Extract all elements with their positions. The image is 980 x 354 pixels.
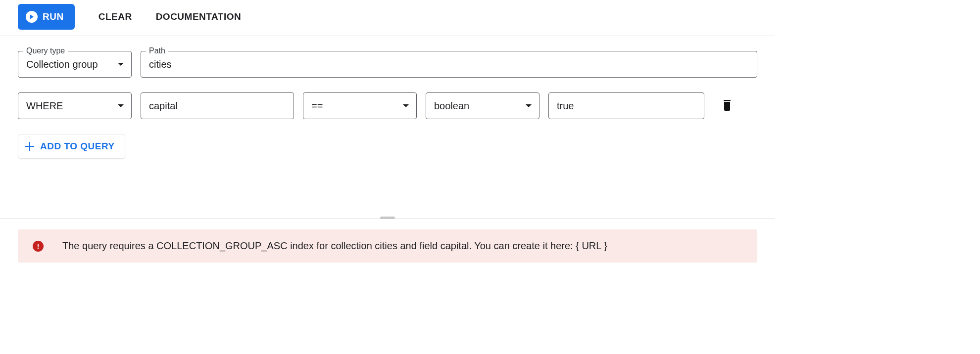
value-text: true [557, 100, 574, 112]
query-builder: Query type Collection group Path cities … [0, 36, 775, 178]
path-value: cities [149, 59, 172, 70]
query-type-value: Collection group [26, 59, 98, 70]
toolbar: RUN CLEAR DOCUMENTATION [0, 0, 775, 36]
operator-select[interactable]: == [303, 92, 417, 119]
clause-type-select[interactable]: WHERE [18, 92, 132, 119]
error-icon: ! [33, 241, 44, 252]
error-banner: ! The query requires a COLLECTION_GROUP_… [18, 229, 757, 263]
operator-value: == [311, 100, 323, 112]
path-input[interactable]: Path cities [141, 51, 757, 78]
path-label: Path [146, 46, 168, 55]
query-type-select[interactable]: Query type Collection group [18, 51, 132, 78]
run-button-label: RUN [43, 11, 64, 22]
chevron-down-icon [402, 104, 409, 108]
drag-handle[interactable] [380, 217, 395, 219]
chevron-down-icon [117, 62, 124, 66]
add-to-query-button[interactable]: ADD TO QUERY [18, 134, 125, 159]
play-icon [26, 11, 38, 23]
field-name-value: capital [149, 100, 178, 112]
value-type-value: boolean [434, 100, 469, 112]
error-message: The query requires a COLLECTION_GROUP_AS… [62, 240, 607, 252]
delete-clause-button[interactable] [718, 96, 736, 116]
query-type-label: Query type [23, 46, 68, 55]
trash-icon [722, 105, 732, 112]
chevron-down-icon [525, 104, 532, 108]
svg-rect-0 [724, 100, 731, 101]
value-input[interactable]: true [548, 92, 704, 119]
chevron-down-icon [117, 104, 124, 108]
field-name-input[interactable]: capital [141, 92, 294, 119]
documentation-link[interactable]: DOCUMENTATION [156, 11, 242, 22]
clear-button[interactable]: CLEAR [98, 11, 132, 22]
run-button[interactable]: RUN [18, 4, 75, 30]
plus-icon [25, 142, 34, 151]
add-to-query-label: ADD TO QUERY [40, 141, 115, 152]
value-type-select[interactable]: boolean [426, 92, 539, 119]
clause-type-value: WHERE [26, 100, 63, 112]
resize-divider [0, 218, 775, 219]
